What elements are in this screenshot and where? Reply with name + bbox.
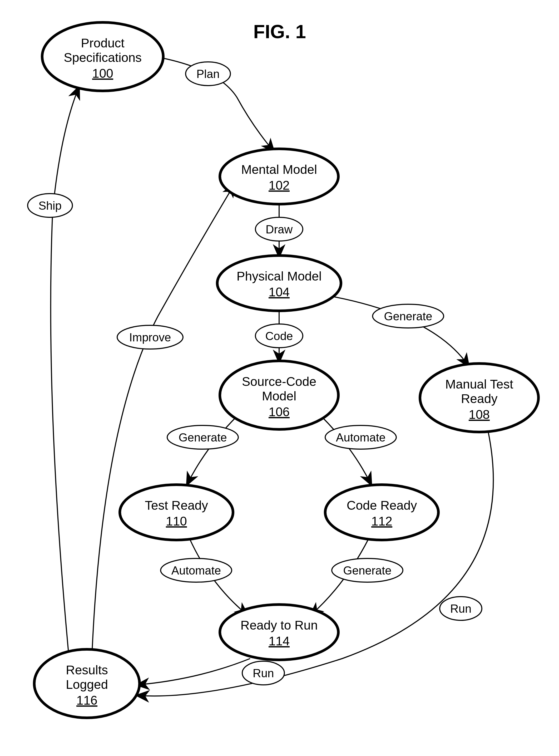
figure-title: FIG. 1: [253, 21, 306, 42]
node-mental-model: Mental Model 102: [220, 149, 338, 204]
svg-text:Generate: Generate: [343, 564, 391, 577]
svg-text:104: 104: [269, 285, 290, 299]
edge-ship-arrow: [51, 87, 79, 652]
svg-text:Generate: Generate: [179, 431, 227, 444]
node-source-code-model: Source-Code Model 106: [220, 361, 338, 429]
diagram-canvas: FIG. 1 Plan Draw Code Generate Ge: [0, 0, 559, 756]
svg-point-28: [220, 149, 338, 204]
node-results-logged: Results Logged 116: [34, 649, 139, 718]
edge-improve-label: Improve: [117, 325, 183, 349]
edge-ship-label: Ship: [28, 194, 72, 217]
svg-text:Run: Run: [253, 667, 274, 679]
svg-text:Ready: Ready: [461, 392, 498, 406]
edge-draw-label: Draw: [255, 217, 303, 241]
svg-text:Results: Results: [66, 663, 108, 677]
svg-text:Draw: Draw: [266, 223, 293, 236]
svg-text:Manual Test: Manual Test: [445, 377, 513, 391]
svg-text:100: 100: [92, 66, 113, 80]
svg-text:Run: Run: [450, 602, 472, 615]
svg-text:Plan: Plan: [196, 67, 220, 80]
node-ready-to-run: Ready to Run 114: [220, 605, 338, 660]
edge-automate-110-114-label: Automate: [161, 558, 232, 582]
svg-text:Specifications: Specifications: [64, 50, 142, 65]
svg-point-48: [220, 605, 338, 660]
svg-point-42: [120, 485, 233, 540]
svg-text:108: 108: [469, 408, 490, 422]
svg-point-31: [217, 256, 341, 311]
edge-run-114-116-label: Run: [242, 661, 284, 685]
edge-plan-label: Plan: [186, 62, 230, 86]
node-manual-test-ready: Manual Test Ready 108: [420, 364, 538, 432]
svg-text:Code Ready: Code Ready: [347, 498, 417, 512]
svg-text:Generate: Generate: [384, 310, 432, 323]
edge-run-108-116-label: Run: [440, 597, 482, 620]
node-product-specifications: Product Specifications 100: [42, 22, 163, 91]
edge-generate-106-110-label: Generate: [167, 426, 238, 449]
svg-text:Code: Code: [265, 329, 293, 342]
svg-point-45: [325, 485, 439, 540]
svg-text:Source-Code: Source-Code: [242, 374, 316, 389]
svg-text:Product: Product: [81, 36, 124, 50]
svg-text:Mental Model: Mental Model: [241, 163, 317, 176]
svg-text:Improve: Improve: [129, 331, 171, 344]
svg-text:Automate: Automate: [336, 431, 385, 444]
svg-text:Model: Model: [262, 389, 296, 403]
svg-text:Logged: Logged: [66, 677, 108, 691]
svg-text:114: 114: [269, 634, 290, 648]
svg-text:Ready to Run: Ready to Run: [240, 618, 318, 632]
svg-text:116: 116: [76, 693, 97, 707]
node-test-ready: Test Ready 110: [120, 485, 233, 540]
svg-text:112: 112: [371, 514, 392, 528]
edge-generate-112-114-label: Generate: [332, 558, 403, 582]
edge-automate-106-112-label: Automate: [325, 426, 396, 449]
edge-generate-104-108-label: Generate: [373, 304, 444, 328]
svg-text:Physical Model: Physical Model: [237, 269, 322, 283]
edge-code-label: Code: [255, 324, 303, 348]
svg-text:Ship: Ship: [39, 199, 62, 212]
svg-text:110: 110: [166, 514, 187, 528]
svg-text:106: 106: [269, 405, 290, 419]
svg-text:102: 102: [269, 178, 290, 192]
svg-text:Test Ready: Test Ready: [145, 498, 208, 512]
svg-text:Automate: Automate: [172, 564, 221, 577]
node-physical-model: Physical Model 104: [217, 256, 341, 311]
node-code-ready: Code Ready 112: [325, 485, 439, 540]
edge-run-114-116-arrow: [137, 658, 250, 685]
